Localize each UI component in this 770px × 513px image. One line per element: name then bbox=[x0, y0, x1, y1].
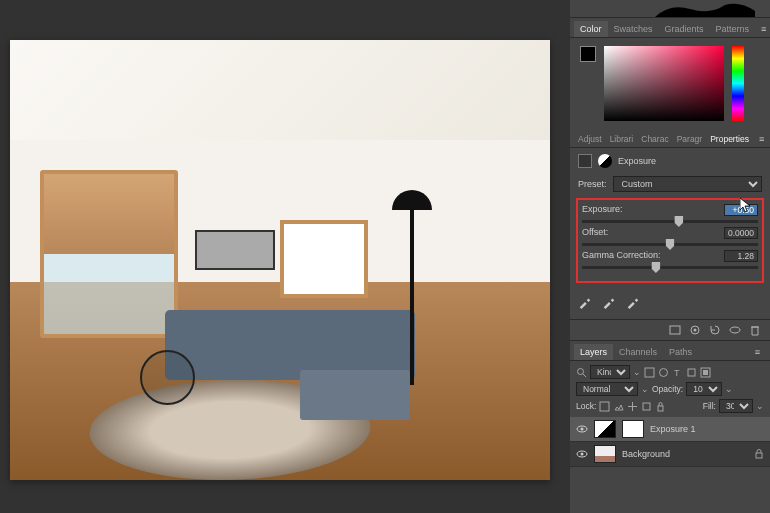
layer-list: Exposure 1 Background bbox=[570, 417, 770, 467]
svg-point-16 bbox=[581, 428, 584, 431]
preset-select[interactable]: Custom bbox=[613, 176, 762, 192]
svg-point-4 bbox=[578, 368, 584, 374]
layer-row[interactable]: Exposure 1 bbox=[570, 417, 770, 442]
layer-thumbnail[interactable] bbox=[594, 420, 616, 438]
offset-slider[interactable] bbox=[582, 243, 758, 246]
blend-mode-select[interactable]: Normal bbox=[576, 382, 638, 396]
svg-point-18 bbox=[581, 453, 584, 456]
filter-type-icon[interactable]: T bbox=[672, 367, 683, 378]
document-image[interactable] bbox=[10, 40, 550, 480]
eyedropper-white-icon[interactable] bbox=[626, 295, 640, 309]
svg-rect-13 bbox=[643, 403, 650, 410]
visibility-toggle-icon[interactable] bbox=[576, 424, 588, 434]
panel-menu-icon[interactable]: ≡ bbox=[749, 344, 766, 360]
lock-all-icon[interactable] bbox=[655, 401, 666, 412]
delete-icon[interactable] bbox=[748, 324, 762, 336]
svg-rect-0 bbox=[670, 326, 680, 334]
layer-thumbnail[interactable] bbox=[594, 445, 616, 463]
right-panels: Color Swatches Gradients Patterns ≡ Adju… bbox=[570, 0, 770, 513]
color-field[interactable] bbox=[604, 46, 724, 121]
color-picker bbox=[570, 38, 770, 128]
filter-pixel-icon[interactable] bbox=[644, 367, 655, 378]
tab-layers[interactable]: Layers bbox=[574, 344, 613, 360]
eyedropper-gray-icon[interactable] bbox=[602, 295, 616, 309]
exposure-slider[interactable] bbox=[582, 220, 758, 223]
tab-properties[interactable]: Properties bbox=[706, 131, 753, 147]
filter-smart-icon[interactable] bbox=[700, 367, 711, 378]
highlighted-controls: Exposure: +0.50 Offset: 0.0000 Gamma Cor… bbox=[576, 198, 764, 283]
tab-patterns[interactable]: Patterns bbox=[710, 21, 756, 37]
tab-paths[interactable]: Paths bbox=[663, 344, 698, 360]
filter-adjustment-icon[interactable] bbox=[658, 367, 669, 378]
tab-character[interactable]: Charac bbox=[637, 131, 672, 147]
lock-artboard-icon[interactable] bbox=[641, 401, 652, 412]
svg-rect-12 bbox=[600, 402, 609, 411]
preset-label: Preset: bbox=[578, 179, 607, 189]
histogram-panel bbox=[570, 0, 770, 18]
layer-mask-thumbnail[interactable] bbox=[622, 420, 644, 438]
layer-name[interactable]: Background bbox=[622, 449, 670, 459]
adjustment-type-icon bbox=[578, 154, 592, 168]
fill-select[interactable]: 30% bbox=[719, 399, 753, 413]
tab-gradients[interactable]: Gradients bbox=[659, 21, 710, 37]
tab-color[interactable]: Color bbox=[574, 21, 608, 37]
gamma-slider[interactable] bbox=[582, 266, 758, 269]
layer-filter-kind[interactable]: Kind bbox=[590, 365, 630, 379]
svg-rect-11 bbox=[703, 370, 708, 375]
svg-rect-14 bbox=[658, 406, 663, 411]
svg-rect-9 bbox=[688, 369, 695, 376]
adjustment-title: Exposure bbox=[618, 156, 656, 166]
exposure-thumb[interactable] bbox=[674, 216, 683, 227]
toggle-visibility-icon[interactable] bbox=[728, 324, 742, 336]
lock-transparent-icon[interactable] bbox=[599, 401, 610, 412]
clip-to-layer-icon[interactable] bbox=[668, 324, 682, 336]
visibility-toggle-icon[interactable] bbox=[576, 449, 588, 459]
foreground-swatch[interactable] bbox=[580, 46, 596, 62]
offset-thumb[interactable] bbox=[666, 239, 675, 250]
hue-slider[interactable] bbox=[732, 46, 744, 121]
gamma-thumb[interactable] bbox=[651, 262, 660, 273]
layer-name[interactable]: Exposure 1 bbox=[650, 424, 696, 434]
canvas-area[interactable] bbox=[0, 0, 570, 513]
gamma-value[interactable]: 1.28 bbox=[724, 250, 758, 262]
offset-label: Offset: bbox=[582, 227, 608, 239]
svg-point-7 bbox=[660, 368, 668, 376]
fill-label: Fill: bbox=[703, 401, 716, 411]
svg-line-5 bbox=[583, 374, 586, 377]
filter-shape-icon[interactable] bbox=[686, 367, 697, 378]
tab-swatches[interactable]: Swatches bbox=[608, 21, 659, 37]
offset-value[interactable]: 0.0000 bbox=[724, 227, 758, 239]
reset-icon[interactable] bbox=[708, 324, 722, 336]
layers-panel: Layers Channels Paths ≡ Kind ⌄ T Normal … bbox=[570, 340, 770, 513]
search-icon[interactable] bbox=[576, 367, 587, 378]
properties-body: Exposure Preset: Custom Exposure: +0.50 … bbox=[570, 148, 770, 319]
lock-position-icon[interactable] bbox=[627, 401, 638, 412]
eyedropper-black-icon[interactable] bbox=[578, 295, 592, 309]
opacity-select[interactable]: 100% bbox=[686, 382, 722, 396]
lock-label: Lock: bbox=[576, 401, 596, 411]
gamma-label: Gamma Correction: bbox=[582, 250, 661, 262]
exposure-value[interactable]: +0.50 bbox=[724, 204, 758, 216]
panel-menu-icon[interactable]: ≡ bbox=[753, 131, 770, 147]
opacity-label: Opacity: bbox=[652, 384, 683, 394]
lock-image-icon[interactable] bbox=[613, 401, 624, 412]
svg-rect-6 bbox=[645, 368, 654, 377]
tab-channels[interactable]: Channels bbox=[613, 344, 663, 360]
tab-libraries[interactable]: Librari bbox=[606, 131, 638, 147]
svg-rect-19 bbox=[756, 453, 762, 458]
tab-paragraph[interactable]: Paragr bbox=[673, 131, 707, 147]
svg-point-2 bbox=[694, 329, 697, 332]
svg-point-3 bbox=[730, 327, 740, 333]
svg-text:T: T bbox=[674, 368, 680, 378]
exposure-label: Exposure: bbox=[582, 204, 623, 216]
view-previous-icon[interactable] bbox=[688, 324, 702, 336]
exposure-icon bbox=[598, 154, 612, 168]
lock-icon[interactable] bbox=[754, 449, 764, 459]
properties-panel-tabs: Adjust Librari Charac Paragr Properties … bbox=[570, 128, 770, 148]
panel-menu-icon[interactable]: ≡ bbox=[755, 21, 770, 37]
tab-adjustments[interactable]: Adjust bbox=[574, 131, 606, 147]
layer-row[interactable]: Background bbox=[570, 442, 770, 467]
properties-footer bbox=[570, 319, 770, 340]
color-panel-tabs: Color Swatches Gradients Patterns ≡ bbox=[570, 18, 770, 38]
